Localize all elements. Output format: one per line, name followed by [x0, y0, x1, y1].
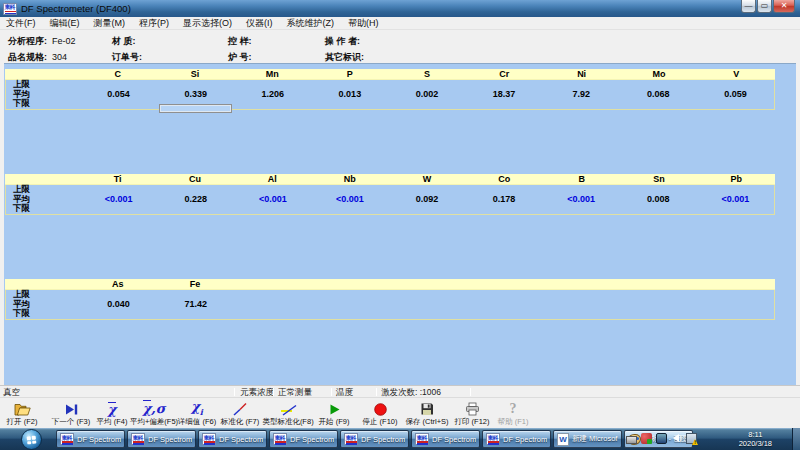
info-label: 订单号: — [112, 52, 142, 62]
menu-item-6[interactable]: 仪器(I) — [246, 17, 273, 30]
im-icon[interactable] — [656, 433, 667, 444]
df-logo-icon: 東科 — [273, 433, 287, 445]
status-separator — [234, 388, 235, 396]
taskbar-window-8[interactable]: W新建 Microsof... — [553, 430, 622, 448]
menu-item-7[interactable]: 系统维护(Z) — [287, 17, 335, 30]
table-row: 下限 — [6, 309, 774, 319]
start-icon — [328, 401, 341, 417]
taskbar-window-label: DF Spectrom... — [148, 435, 192, 444]
taskbar-window-label: 新建 Microsof... — [572, 434, 618, 444]
clock-time: 8:11 — [739, 430, 772, 439]
value-cell: <0.001 — [697, 194, 774, 204]
toolbar-button-label: 下一个 (F3) — [52, 417, 90, 427]
show-desktop-button[interactable] — [792, 428, 800, 450]
element-symbol — [543, 279, 620, 289]
toolbar-button-start[interactable]: 开始 (F9) — [308, 399, 360, 428]
menu-item-8[interactable]: 帮助(H) — [348, 17, 379, 30]
info-value: Fe-02 — [52, 36, 76, 46]
element-symbol: V — [698, 69, 775, 79]
taskbar-window-label: DF Spectrom... — [219, 435, 263, 444]
window-title: DF Spectrometer (DF400) — [21, 3, 131, 14]
menu-item-2[interactable]: 编辑(E) — [50, 17, 80, 30]
row-label: 下限 — [6, 99, 80, 108]
taskbar-window-1[interactable]: 東科DF Spectrom... — [56, 430, 125, 448]
toolbar-button-label: 保存 (Ctrl+S) — [405, 417, 448, 427]
info-label: 炉 号: — [228, 52, 252, 62]
device-icon[interactable] — [626, 434, 637, 444]
menu-item-1[interactable]: 文件(F) — [6, 17, 36, 30]
app-logo-icon: 東科 — [3, 3, 17, 15]
menu-item-3[interactable]: 测量(M) — [94, 17, 126, 30]
element-symbol — [311, 279, 388, 289]
info-field: 操 作 者: — [325, 35, 365, 48]
type-normalize-icon — [280, 401, 297, 417]
toolbar-button-label: 开始 (F9) — [319, 417, 350, 427]
info-label: 操 作 者: — [325, 36, 360, 46]
info-label: 控 样: — [228, 36, 252, 46]
taskbar-clock[interactable]: 8:11 2020/3/18 — [739, 430, 772, 448]
table-row: 平均0.0540.3391.2060.0130.00218.377.920.06… — [6, 90, 774, 100]
element-symbol: Co — [466, 174, 543, 184]
network-warning-icon[interactable] — [686, 433, 697, 444]
start-button[interactable] — [21, 429, 42, 450]
toolbar-button-label: 详细值 (F6) — [178, 417, 216, 427]
taskbar-window-4[interactable]: 東科DF Spectrom... — [269, 430, 338, 448]
word-doc-icon: W — [557, 433, 569, 446]
element-symbol: As — [79, 279, 156, 289]
maximize-button[interactable]: ▭ — [757, 0, 772, 13]
value-cell: 0.008 — [620, 194, 697, 204]
taskbar-window-5[interactable]: 東科DF Spectrom... — [340, 430, 409, 448]
header-spacer — [5, 69, 79, 79]
taskbar-window-2[interactable]: 東科DF Spectrom... — [127, 430, 196, 448]
header-spacer — [5, 174, 79, 184]
toolbar-button-open-folder[interactable]: 打开 (F2) — [0, 399, 48, 428]
element-symbol: W — [388, 174, 465, 184]
element-symbol: Ni — [543, 69, 620, 79]
toolbar-button-label: 打印 (F12) — [454, 417, 489, 427]
menu-item-5[interactable]: 显示选择(O) — [183, 17, 232, 30]
chi-detail-icon: χi — [191, 401, 203, 417]
status-bar: 真空元素浓度正常测量温度激发次数: :1006 — [0, 385, 800, 397]
element-symbol: Si — [156, 69, 233, 79]
value-cell: <0.001 — [234, 194, 311, 204]
toolbar-button-stop[interactable]: 停止 (F10) — [354, 399, 406, 428]
taskbar-window-label: DF Spectrom... — [77, 435, 121, 444]
volume-icon[interactable] — [671, 432, 682, 445]
element-symbol — [620, 279, 697, 289]
menu-item-4[interactable]: 程序(P) — [139, 17, 169, 30]
value-cell: 18.37 — [466, 89, 543, 99]
toolbar-button-normalize[interactable]: 标准化 (F7) — [214, 399, 266, 428]
table-row: 平均0.04071.42 — [6, 300, 774, 310]
toolbar-button-type-normalize[interactable]: 类型标准化(F8) — [262, 399, 314, 428]
info-field: 分析程序:Fe-02 — [8, 35, 76, 48]
cell-edit-input[interactable] — [159, 104, 232, 113]
minimize-button[interactable]: — — [741, 0, 756, 13]
element-symbol: Nb — [311, 174, 388, 184]
element-header-row: CSiMnPSCrNiMoV — [5, 69, 775, 80]
info-field: 材 质: — [112, 35, 141, 48]
taskbar-window-label: DF Spectrom... — [503, 435, 547, 444]
taskbar-window-3[interactable]: 東科DF Spectrom... — [198, 430, 267, 448]
menu-bar: 文件(F)编辑(E)测量(M)程序(P)显示选择(O)仪器(I)系统维护(Z)帮… — [0, 17, 800, 30]
value-cell: 7.92 — [543, 89, 620, 99]
element-table-2: TiCuAlNbWCoBSnPb上限平均<0.0010.228<0.001<0.… — [5, 174, 775, 215]
help-icon: ? — [510, 401, 517, 417]
normalize-icon — [232, 401, 248, 417]
taskbar-window-label: DF Spectrom... — [361, 435, 405, 444]
title-bar: 東科 DF Spectrometer (DF400) — ▭ ✕ — [0, 0, 800, 17]
close-button[interactable]: ✕ — [773, 0, 795, 13]
element-symbol: Sn — [620, 174, 697, 184]
df-logo-icon: 東科 — [415, 433, 429, 445]
toolbar-button-label: 类型标准化(F8) — [262, 417, 313, 427]
antivirus-icon[interactable] — [641, 433, 652, 444]
taskbar-window-label: DF Spectrom... — [290, 435, 334, 444]
element-symbol: B — [543, 174, 620, 184]
windows-taskbar: 東科DF Spectrom...東科DF Spectrom...東科DF Spe… — [0, 428, 800, 450]
element-symbol — [234, 279, 311, 289]
taskbar-window-6[interactable]: 東科DF Spectrom... — [411, 430, 480, 448]
taskbar-window-7[interactable]: 東科DF Spectrom... — [482, 430, 551, 448]
df-logo-icon: 東科 — [344, 433, 358, 445]
header-spacer — [5, 279, 79, 289]
windows-logo-icon — [27, 435, 37, 444]
df-logo-icon: 東科 — [486, 433, 500, 445]
